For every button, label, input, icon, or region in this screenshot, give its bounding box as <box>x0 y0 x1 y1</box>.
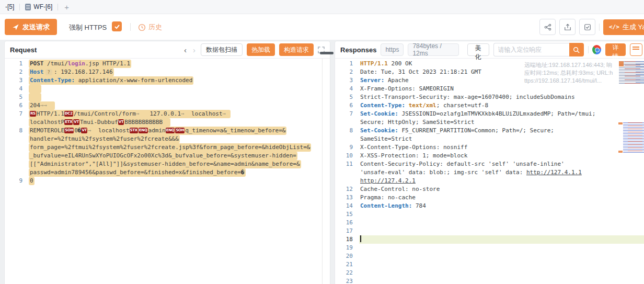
code-text: Secure; HttpOnly; SameSite=Strict <box>360 118 475 127</box>
response-code-line[interactable]: 22 <box>335 269 644 277</box>
response-code-line[interactable]: 23 <box>335 277 644 284</box>
generate-yaml-button[interactable]: </> 生成 Yaml <box>603 19 644 35</box>
export-button[interactable] <box>559 19 576 35</box>
request-code-line[interactable]: 7RSHTTP/1.1DC2/tmui/Control/form→ 127.0.… <box>5 110 330 118</box>
line-number: 12 <box>335 185 360 194</box>
request-code-line[interactable]: _bufvalue=eIL4RUnSwXYoPUIOGcOFx2o00Xc%3d… <box>5 152 330 160</box>
response-code-line[interactable]: 17 <box>335 227 644 235</box>
search-input[interactable] <box>493 43 569 56</box>
request-code-line[interactable]: 1POST /tmui/login.jsp HTTP/1.1 <box>5 60 330 68</box>
response-code-line[interactable]: 19 <box>335 244 644 252</box>
response-code-line[interactable]: 21 <box>335 260 644 269</box>
nav-next-button[interactable]: › <box>192 46 197 54</box>
tab-prev-label: -[5] <box>5 3 14 10</box>
code-token: 784 <box>412 202 426 209</box>
response-code-line[interactable]: http://127.4.2.1 <box>335 177 644 185</box>
code-token: 0 <box>74 127 78 134</box>
force-https-checkbox[interactable] <box>112 21 122 31</box>
control-char-badge: DC2 <box>64 111 73 117</box>
request-code-line[interactable]: 4 <box>5 85 330 93</box>
tab-active[interactable]: WF-[6] <box>20 0 58 14</box>
line-number: 1 <box>335 60 360 68</box>
code-text: [["Administrator","[All]"]]&systemuser-h… <box>29 160 301 168</box>
line-number: 19 <box>335 244 360 252</box>
response-code-line[interactable]: 7Set-Cookie: JSESSIONID=ozlafg1mTMVKXkbk… <box>335 110 644 118</box>
code-text: Pragma: no-cache <box>360 194 416 202</box>
history-button[interactable]: 历史 <box>138 22 162 32</box>
request-code-line[interactable]: 8REMOTEROLESOH0�VT→ localhostSTXENQadmin… <box>5 127 330 135</box>
beautify-button[interactable]: 美化 <box>467 43 489 56</box>
line-number: 2 <box>5 68 30 76</box>
feedback-chat-button[interactable] <box>630 43 642 56</box>
request-code-line[interactable]: 5 <box>5 93 330 101</box>
panel-splitter-handle[interactable] <box>320 52 334 54</box>
line-number <box>335 135 360 143</box>
packet-scan-button[interactable]: 数据包扫描 <box>201 43 243 56</box>
request-code-line[interactable]: [["Administrator","[All]"]]&systemuser-h… <box>5 160 330 168</box>
response-code-line[interactable]: 6Content-Type: text/xml; charset=utf-8 <box>335 101 644 110</box>
response-editor[interactable]: 1HTTP/1.1 200 OK2Date: Tue, 31 Oct 2023 … <box>335 60 644 284</box>
code-text: _bufvalue=eIL4RUnSwXYoPUIOGcOFx2o00Xc%3d… <box>29 152 297 160</box>
search-button[interactable] <box>569 43 584 56</box>
request-code-line[interactable]: form_page=%2ftmui%2fsystem%2fuser%2fcrea… <box>5 143 330 152</box>
edit-check-button[interactable] <box>579 19 595 35</box>
request-title: Request <box>10 46 37 54</box>
code-text: SameSite=Strict <box>360 135 412 143</box>
request-code-line[interactable]: 3Content-Type: application/x-www-form-ur… <box>5 76 330 85</box>
response-panel-header: Responses https 784bytes / 12ms 美化 详情 <box>335 41 644 59</box>
line-number: 21 <box>335 260 360 269</box>
request-code-line[interactable]: handler=%2ftmui%2fsystem%2fuser%2fcreate… <box>5 135 330 143</box>
construct-request-button[interactable]: 构造请求 <box>279 43 314 56</box>
hint-badge[interactable]: ? <box>45 69 52 75</box>
code-token[interactable]: http://127.4.1.1 <box>526 169 582 176</box>
response-code-line[interactable]: 16 <box>335 219 644 227</box>
request-code-line[interactable]: 6204→→ <box>5 101 330 110</box>
response-code-line[interactable]: 9X-Content-Type-Options: nosniff <box>335 143 644 152</box>
line-number <box>5 160 30 168</box>
response-code-line[interactable]: 15 <box>335 210 644 219</box>
code-token: � <box>78 127 82 134</box>
send-request-button[interactable]: 发送请求 <box>5 19 57 35</box>
hot-reload-button[interactable]: 热加载 <box>247 43 275 56</box>
check-icon <box>114 24 120 30</box>
response-code-line[interactable]: Secure; HttpOnly; SameSite=Strict <box>335 118 644 127</box>
request-code-line[interactable]: passwd=admin789456&passwd_before=&finish… <box>5 168 330 177</box>
nav-prev-button[interactable]: ‹ <box>183 46 188 54</box>
response-minimap[interactable] <box>617 59 644 215</box>
request-code-line[interactable]: 90 <box>5 177 330 185</box>
response-code-line[interactable]: 12Cache-Control: no-store <box>335 185 644 194</box>
line-number: 10 <box>335 152 360 160</box>
request-code-line[interactable]: 2Host?: 192.168.127.146 <box>5 68 330 76</box>
response-code-line[interactable]: 18 <box>335 235 644 244</box>
request-scrollbar[interactable] <box>322 59 323 284</box>
code-token[interactable]: http://127.4.2.1 <box>360 177 416 184</box>
line-number: 16 <box>335 219 360 227</box>
share-button[interactable] <box>539 19 556 35</box>
minimap-marker <box>618 151 623 153</box>
code-text <box>29 85 41 93</box>
line-number: 11 <box>335 160 360 168</box>
code-token: .jsp HTTP/1.1 <box>85 60 130 67</box>
response-editor-wrap: 1HTTP/1.1 200 OK2Date: Tue, 31 Oct 2023 … <box>335 59 644 284</box>
response-code-line[interactable]: 14Content-Length: 784 <box>335 202 644 210</box>
response-code-line[interactable]: 20 <box>335 252 644 260</box>
request-code-line[interactable]: localhostPETXVTTmui-DubbufVTBBBBBBBBBBB <box>5 118 330 127</box>
response-code-line[interactable]: 10X-XSS-Protection: 1; mode=block <box>335 152 644 160</box>
open-in-browser-button[interactable] <box>592 45 601 54</box>
minimap-marker <box>619 61 624 66</box>
tab-prev[interactable]: -[5] <box>0 0 19 14</box>
response-code-line[interactable]: 4X-Frame-Options: SAMEORIGIN <box>335 85 644 93</box>
request-editor[interactable]: 1POST /tmui/login.jsp HTTP/1.12Host?: 19… <box>5 59 330 284</box>
response-code-line[interactable]: 8Set-Cookie: F5_CURRENT_PARTITION=Common… <box>335 127 644 135</box>
code-token: Date: Tue, 31 Oct 2023 21:18:21 GMT <box>360 69 481 75</box>
response-code-line[interactable]: 13Pragma: no-cache <box>335 194 644 202</box>
line-number: 5 <box>335 93 360 101</box>
response-code-line[interactable]: 11Content-Security-Policy: default-src '… <box>335 160 644 168</box>
details-button[interactable]: 详情 <box>605 43 626 56</box>
code-text: Date: Tue, 31 Oct 2023 21:18:21 GMT <box>360 68 481 76</box>
code-text: RSHTTP/1.1DC2/tmui/Control/form→ 127.0.0… <box>29 110 231 118</box>
response-code-line[interactable]: 5Strict-Transport-Security: max-age=1607… <box>335 93 644 101</box>
add-tab-button[interactable]: + <box>58 3 75 12</box>
response-code-line[interactable]: 'unsafe-eval' data: blob:; img-src 'self… <box>335 168 644 177</box>
response-code-line[interactable]: SameSite=Strict <box>335 135 644 143</box>
